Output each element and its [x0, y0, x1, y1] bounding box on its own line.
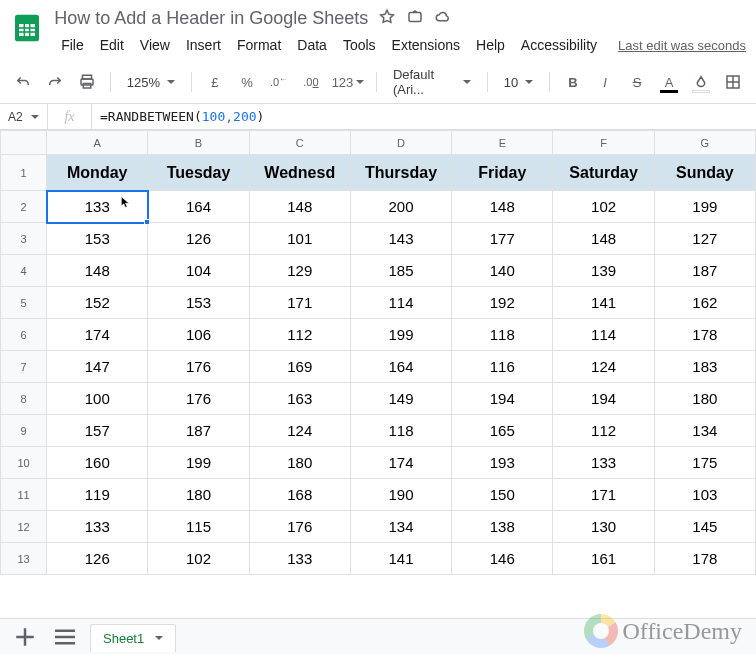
cell[interactable]: 134: [350, 511, 451, 543]
cell[interactable]: 141: [553, 287, 654, 319]
menu-format[interactable]: Format: [230, 33, 288, 57]
cell[interactable]: 119: [47, 479, 148, 511]
cell[interactable]: 124: [249, 415, 350, 447]
cell[interactable]: 148: [452, 191, 553, 223]
cell[interactable]: 165: [452, 415, 553, 447]
cell[interactable]: 180: [148, 479, 249, 511]
menu-file[interactable]: File: [54, 33, 91, 57]
cell[interactable]: 168: [249, 479, 350, 511]
cell[interactable]: 187: [654, 255, 755, 287]
cell[interactable]: 180: [654, 383, 755, 415]
row-header-5[interactable]: 5: [1, 287, 47, 319]
cell[interactable]: 133: [47, 191, 148, 223]
row-header-7[interactable]: 7: [1, 351, 47, 383]
row-header-12[interactable]: 12: [1, 511, 47, 543]
cell[interactable]: 118: [452, 319, 553, 351]
cell[interactable]: 200: [350, 191, 451, 223]
cell[interactable]: 199: [350, 319, 451, 351]
redo-button[interactable]: [42, 69, 68, 95]
cell[interactable]: 102: [148, 543, 249, 575]
cell[interactable]: 124: [553, 351, 654, 383]
chevron-down-icon[interactable]: [155, 636, 163, 640]
cell[interactable]: 162: [654, 287, 755, 319]
cell[interactable]: 106: [148, 319, 249, 351]
fill-color-button[interactable]: [688, 69, 714, 95]
cell[interactable]: 194: [452, 383, 553, 415]
cell[interactable]: 178: [654, 543, 755, 575]
row-header-11[interactable]: 11: [1, 479, 47, 511]
borders-button[interactable]: [720, 69, 746, 95]
col-header-C[interactable]: C: [249, 131, 350, 155]
cell[interactable]: 199: [654, 191, 755, 223]
cell[interactable]: 157: [47, 415, 148, 447]
menu-tools[interactable]: Tools: [336, 33, 383, 57]
menu-extensions[interactable]: Extensions: [385, 33, 467, 57]
cell[interactable]: 148: [249, 191, 350, 223]
row-header-13[interactable]: 13: [1, 543, 47, 575]
cell[interactable]: 164: [148, 191, 249, 223]
currency-button[interactable]: £: [202, 69, 228, 95]
spreadsheet-grid[interactable]: A B C D E F G 1MondayTuesdayWednesdThurs…: [0, 130, 756, 575]
row-header-3[interactable]: 3: [1, 223, 47, 255]
sheet-tab[interactable]: Sheet1: [90, 624, 176, 652]
cell[interactable]: 148: [553, 223, 654, 255]
cell[interactable]: 104: [148, 255, 249, 287]
cell[interactable]: 100: [47, 383, 148, 415]
add-sheet-button[interactable]: [10, 622, 40, 652]
last-edit-link[interactable]: Last edit was seconds: [618, 38, 746, 53]
cell[interactable]: 185: [350, 255, 451, 287]
cell[interactable]: 114: [553, 319, 654, 351]
header-cell[interactable]: Tuesday: [148, 155, 249, 191]
cell[interactable]: 169: [249, 351, 350, 383]
header-cell[interactable]: Sunday: [654, 155, 755, 191]
cell[interactable]: 180: [249, 447, 350, 479]
star-icon[interactable]: [378, 8, 396, 29]
row-header-6[interactable]: 6: [1, 319, 47, 351]
col-header-F[interactable]: F: [553, 131, 654, 155]
menu-data[interactable]: Data: [290, 33, 334, 57]
col-header-E[interactable]: E: [452, 131, 553, 155]
cell[interactable]: 126: [47, 543, 148, 575]
cell[interactable]: 150: [452, 479, 553, 511]
cell[interactable]: 174: [350, 447, 451, 479]
selection-handle[interactable]: [144, 219, 150, 225]
cell[interactable]: 176: [148, 351, 249, 383]
cell[interactable]: 112: [553, 415, 654, 447]
select-all-corner[interactable]: [1, 131, 47, 155]
cell[interactable]: 178: [654, 319, 755, 351]
cell[interactable]: 133: [249, 543, 350, 575]
col-header-B[interactable]: B: [148, 131, 249, 155]
text-color-button[interactable]: A: [656, 69, 682, 95]
menu-accessibility[interactable]: Accessibility: [514, 33, 604, 57]
formula-bar[interactable]: =RANDBETWEEN(100,200): [92, 104, 756, 129]
cell[interactable]: 138: [452, 511, 553, 543]
cell[interactable]: 149: [350, 383, 451, 415]
bold-button[interactable]: B: [560, 69, 586, 95]
row-header-4[interactable]: 4: [1, 255, 47, 287]
cell[interactable]: 160: [47, 447, 148, 479]
cell[interactable]: 163: [249, 383, 350, 415]
undo-button[interactable]: [10, 69, 36, 95]
cell[interactable]: 129: [249, 255, 350, 287]
col-header-G[interactable]: G: [654, 131, 755, 155]
strike-button[interactable]: S: [624, 69, 650, 95]
cell[interactable]: 192: [452, 287, 553, 319]
header-cell[interactable]: Saturday: [553, 155, 654, 191]
header-cell[interactable]: Thursday: [350, 155, 451, 191]
cell[interactable]: 112: [249, 319, 350, 351]
cell[interactable]: 177: [452, 223, 553, 255]
cell[interactable]: 116: [452, 351, 553, 383]
cell[interactable]: 140: [452, 255, 553, 287]
menu-help[interactable]: Help: [469, 33, 512, 57]
cell[interactable]: 175: [654, 447, 755, 479]
menu-insert[interactable]: Insert: [179, 33, 228, 57]
cell[interactable]: 152: [47, 287, 148, 319]
percent-button[interactable]: %: [234, 69, 260, 95]
cell[interactable]: 161: [553, 543, 654, 575]
cell[interactable]: 134: [654, 415, 755, 447]
cell[interactable]: 146: [452, 543, 553, 575]
cell[interactable]: 176: [249, 511, 350, 543]
cell[interactable]: 176: [148, 383, 249, 415]
decrease-decimal-button[interactable]: .0←: [266, 69, 292, 95]
header-cell[interactable]: Monday: [47, 155, 148, 191]
